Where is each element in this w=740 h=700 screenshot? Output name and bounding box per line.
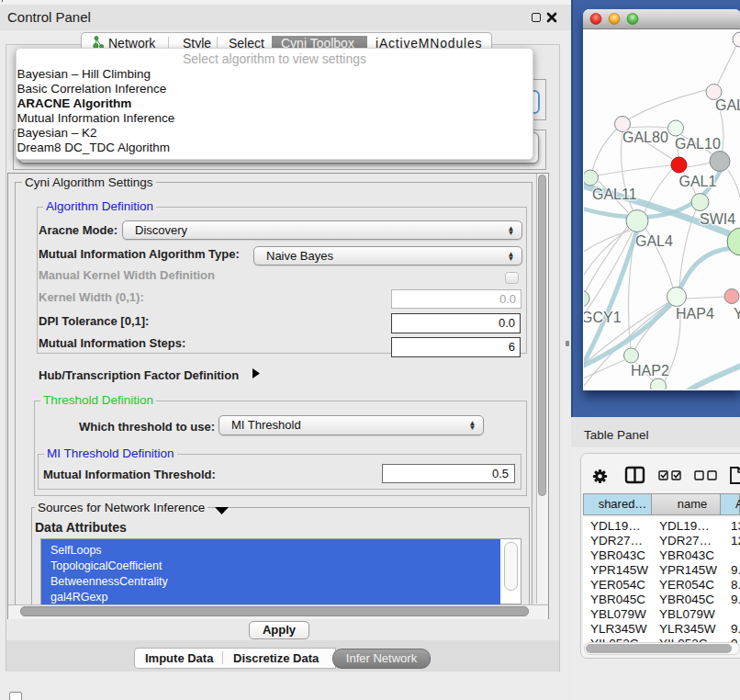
svg-text:SWI4: SWI4 (700, 211, 735, 227)
svg-text:GAL4: GAL4 (635, 233, 673, 249)
svg-text:GAL80: GAL80 (622, 130, 668, 145)
svg-text:YER: YER (734, 306, 740, 322)
svg-text:GAL11: GAL11 (592, 186, 637, 202)
svg-text:GCY1: GCY1 (584, 310, 622, 325)
svg-text:GAL10: GAL10 (675, 136, 721, 152)
svg-text:GAL2: GAL2 (715, 97, 740, 113)
svg-text:GAL1: GAL1 (679, 174, 717, 189)
svg-text:HAP4: HAP4 (676, 306, 714, 322)
svg-text:HAP2: HAP2 (631, 363, 669, 378)
